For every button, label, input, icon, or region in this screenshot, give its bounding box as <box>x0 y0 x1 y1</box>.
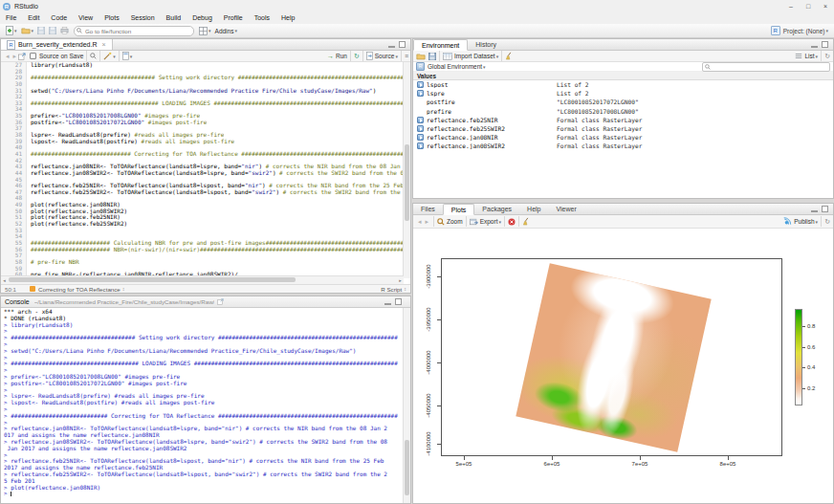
close-window-button[interactable]: × <box>817 1 834 12</box>
import-dataset-button[interactable]: Import Dataset <box>454 53 495 59</box>
clear-environment-broom-icon[interactable] <box>505 52 514 60</box>
refresh-plot-icon[interactable]: ↻ <box>824 218 830 226</box>
compile-report-icon[interactable] <box>122 52 129 60</box>
env-row-reflectance.feb25SWIR2[interactable]: reflectance.feb25SWIR2Formal class Raste… <box>413 124 833 133</box>
previous-plot-icon[interactable]: ◂ <box>418 218 422 226</box>
back-icon[interactable]: ◂ <box>6 53 10 60</box>
y-tick-label: -3900000 <box>426 264 431 288</box>
editor-vertical-scrollbar[interactable] <box>403 62 410 278</box>
close-tab-icon[interactable]: × <box>102 41 106 48</box>
console-scrollbar[interactable] <box>403 308 410 503</box>
object-expander-icon[interactable] <box>417 117 424 123</box>
scrollbar-thumb[interactable] <box>405 144 409 221</box>
scrollbar-thumb[interactable] <box>405 440 409 495</box>
file-type-selector[interactable]: R Script <box>381 286 402 293</box>
maximize-pane-icon[interactable] <box>399 41 406 48</box>
open-in-new-window-icon[interactable] <box>217 298 224 305</box>
remove-plot-icon[interactable] <box>508 218 516 226</box>
refresh-environment-icon[interactable]: ↻ <box>824 53 830 60</box>
section-navigator[interactable]: Correcting for TOA Reflectance <box>38 286 121 293</box>
clear-all-plots-broom-icon[interactable] <box>522 217 531 226</box>
tab-burn-severity-extended[interactable]: R Burn_severity_extended.R × <box>1 39 113 50</box>
next-plot-icon[interactable]: ▸ <box>426 218 429 226</box>
env-row-reflectance.feb25NIR[interactable]: reflectance.feb25NIRFormal class RasterL… <box>413 116 833 124</box>
list-view-button[interactable]: List <box>804 53 814 59</box>
tab-plots[interactable]: Plots <box>443 204 475 215</box>
load-workspace-icon[interactable] <box>416 53 426 60</box>
menu-debug[interactable]: Debug <box>187 12 218 24</box>
minimize-pane-icon[interactable] <box>384 298 391 305</box>
scrollbar-thumb[interactable] <box>9 277 296 282</box>
tab-viewer[interactable]: Viewer <box>549 204 584 214</box>
environment-scope-selector[interactable]: Global Environment <box>428 63 482 70</box>
object-expander-icon[interactable] <box>417 90 424 97</box>
project-menu-button[interactable]: R Project: (None) ▾ <box>771 26 834 35</box>
minimize-pane-icon[interactable] <box>388 41 395 48</box>
maximize-pane-icon[interactable] <box>822 206 828 212</box>
menu-file[interactable]: File <box>0 12 22 24</box>
forward-icon[interactable]: ▸ <box>13 53 17 60</box>
zoom-plot-button[interactable]: Zoom <box>447 218 463 225</box>
code-text: #################################### Set… <box>27 75 404 81</box>
save-all-button[interactable] <box>49 27 56 34</box>
object-expander-icon[interactable] <box>417 134 424 141</box>
rerun-icon[interactable]: ↻ <box>354 53 360 60</box>
tab-history[interactable]: History <box>468 39 504 50</box>
menu-plots[interactable]: Plots <box>99 12 125 24</box>
tab-files[interactable]: Files <box>413 204 443 214</box>
env-row-postfire[interactable]: postfire"LC80010852017072LGN00" <box>413 98 833 106</box>
run-button[interactable]: Run <box>336 53 347 59</box>
addins-button[interactable]: Addins ▾ <box>215 28 237 34</box>
tab-packages[interactable]: Packages <box>474 204 519 214</box>
scroll-left-icon[interactable]: ◂ <box>1 277 8 283</box>
menu-session[interactable]: Session <box>125 12 161 24</box>
publish-button[interactable]: Publish <box>794 218 814 225</box>
maximize-pane-icon[interactable] <box>822 41 828 48</box>
save-button[interactable] <box>37 27 45 34</box>
source-button[interactable]: Source <box>375 53 395 59</box>
document-outline-icon[interactable]: ≡ <box>405 53 407 59</box>
source-on-save-checkbox[interactable] <box>30 53 36 59</box>
popout-icon[interactable] <box>18 53 26 60</box>
open-file-button[interactable]: ▾ <box>21 27 34 34</box>
object-expander-icon[interactable] <box>417 125 424 132</box>
menu-build[interactable]: Build <box>161 12 187 24</box>
minimize-pane-icon[interactable] <box>811 41 818 48</box>
go-to-file-input[interactable] <box>74 26 194 36</box>
menu-help[interactable]: Help <box>275 12 300 24</box>
code-tools-wand-icon[interactable] <box>103 52 112 60</box>
scroll-right-icon[interactable]: ▸ <box>397 277 404 283</box>
menu-edit[interactable]: Edit <box>22 12 45 24</box>
menu-tools[interactable]: Tools <box>249 12 275 24</box>
minimize-pane-icon[interactable] <box>811 206 818 212</box>
code-editor[interactable]: 27library(rLandsat8)28 29###############… <box>1 62 404 278</box>
object-expander-icon[interactable] <box>417 142 424 149</box>
menu-view[interactable]: View <box>73 12 99 24</box>
env-row-reflectance.jan08NIR[interactable]: reflectance.jan08NIRFormal class RasterL… <box>413 133 833 142</box>
new-file-button[interactable]: ▾ <box>6 26 17 35</box>
object-name: lspre <box>427 90 557 97</box>
console-output[interactable]: *** arch - x64* DONE (rLandsat8)> librar… <box>1 308 404 503</box>
env-row-prefire[interactable]: prefire"LC80010852017008LGN00" <box>413 107 833 116</box>
tab-help[interactable]: Help <box>519 204 548 214</box>
save-workspace-icon[interactable] <box>428 53 436 60</box>
pane-layout-button[interactable]: ▾ <box>199 27 211 35</box>
export-plot-button[interactable]: Export <box>480 218 498 225</box>
maximize-pane-icon[interactable] <box>395 298 402 305</box>
menu-code[interactable]: Code <box>45 12 73 24</box>
find-icon[interactable] <box>90 53 97 59</box>
environment-search-input[interactable] <box>713 63 820 70</box>
env-row-reflectance.jan08SWIR2[interactable]: reflectance.jan08SWIR2Formal class Raste… <box>413 142 833 150</box>
console-line: > setwd("C:/Users/Liana Pinho F/Document… <box>4 348 404 355</box>
print-button[interactable] <box>60 27 69 34</box>
tab-environment[interactable]: Environment <box>413 39 468 51</box>
editor-horizontal-scrollbar[interactable]: ◂ ▸ <box>1 275 404 284</box>
minimize-window-button[interactable]: – <box>782 1 800 12</box>
env-row-lspost[interactable]: lspostList of 2 <box>413 80 833 89</box>
menu-profile[interactable]: Profile <box>218 12 249 24</box>
maximize-window-button[interactable]: □ <box>800 1 817 12</box>
object-expander-icon[interactable] <box>417 81 424 88</box>
env-row-lspre[interactable]: lspreList of 2 <box>413 89 833 98</box>
object-value: Formal class RasterLayer <box>557 117 642 123</box>
new-file-icon <box>6 26 13 35</box>
